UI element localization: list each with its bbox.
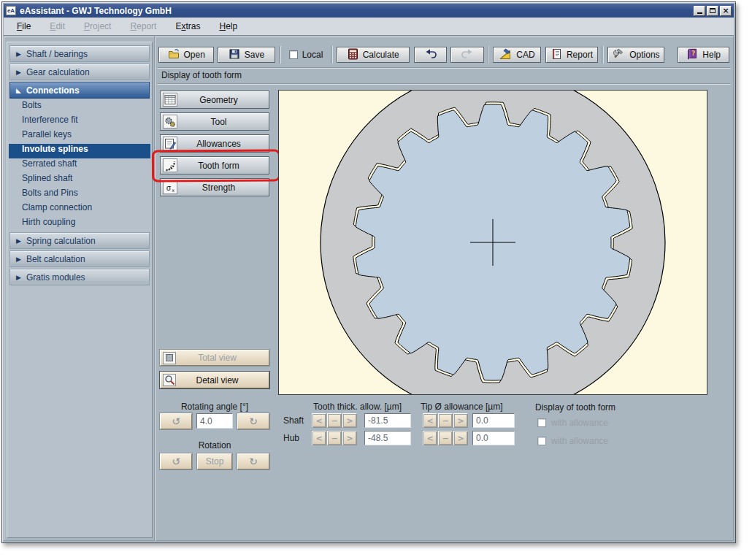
local-checkbox-group: Local <box>289 50 323 60</box>
calculator-icon <box>348 48 358 62</box>
rotate-ccw-icon: ↺ <box>172 456 180 467</box>
minimize-button[interactable] <box>694 6 705 16</box>
total-view-button: Total view <box>160 350 269 366</box>
triangle-collapsed-icon: ▶ <box>16 237 21 245</box>
view-button-geometry[interactable]: Geometry <box>160 91 269 109</box>
sidebar-section-shaft-bearings[interactable]: ▶Shaft / bearings <box>9 45 150 62</box>
sidebar-item-bolts-and-pins[interactable]: Bolts and Pins <box>9 188 150 202</box>
open-folder-icon <box>168 48 180 62</box>
triangle-collapsed-icon: ▶ <box>16 256 21 263</box>
sidebar-item-bolts[interactable]: Bolts <box>9 100 150 115</box>
menu-report: Report <box>130 21 156 31</box>
redo-button <box>450 47 483 63</box>
rotating-angle-controls: ↺ ↻ <box>160 413 269 429</box>
tooth-form-highlight-annotation <box>152 149 280 182</box>
rotation-cw-button[interactable]: ↻ <box>237 453 269 469</box>
rotation-ccw-button[interactable]: ↺ <box>160 453 192 469</box>
options-tools-icon <box>613 48 625 62</box>
navigation-sidebar: ▶Shaft / bearings▶Gear calculation◣Conne… <box>7 42 153 538</box>
save-button[interactable]: Save <box>218 47 275 63</box>
hub-tip-allowance-field[interactable] <box>472 431 515 445</box>
hub-tip-allowance-spinner: <−> <box>423 431 468 445</box>
detail-view-button[interactable]: Detail view <box>160 372 269 388</box>
help-button[interactable]: ? Help <box>678 47 729 63</box>
toolbar-separator <box>488 46 490 64</box>
svg-text:x: x <box>172 187 174 193</box>
header-separator-line <box>157 83 731 85</box>
help-book-icon: ? <box>686 48 698 62</box>
sidebar-item-splined-shaft[interactable]: Splined shaft <box>9 173 150 188</box>
cad-button[interactable]: CAD <box>493 47 541 63</box>
options-button[interactable]: Options <box>607 47 664 63</box>
svg-text:σ: σ <box>166 183 172 191</box>
sidebar-item-involute-splines[interactable]: Involute splines <box>9 144 150 158</box>
rotate-cw-icon: ↻ <box>249 415 258 427</box>
rotate-cw-step-button[interactable]: ↻ <box>237 413 269 429</box>
rotate-ccw-icon: ↺ <box>172 415 180 427</box>
shaft-tip-allowance-spinner: <−> <box>423 413 468 428</box>
app-icon: eA <box>6 6 16 15</box>
main-toolbar: Open Save Local Calculate <box>158 45 729 64</box>
rotation-controls: ↺ Stop ↻ <box>160 453 269 469</box>
save-floppy-icon <box>229 48 240 62</box>
with-allowance-row: with allowance <box>537 436 608 446</box>
menu-project: Project <box>84 21 111 31</box>
view-title: Display of tooth form <box>161 70 242 80</box>
increment-button: > <box>342 431 357 445</box>
with-allowance-row: with allowance <box>537 418 608 428</box>
main-panel: Open Save Local Calculate <box>156 37 734 541</box>
sidebar-item-parallel-keys[interactable]: Parallel keys <box>9 129 150 144</box>
sidebar-section-belt-calculation[interactable]: ▶Belt calculation <box>9 250 150 267</box>
reset-button: − <box>327 413 342 428</box>
decrement-button: < <box>423 431 437 445</box>
shaft-tooth-thickness-spinner: <−> <box>312 413 357 428</box>
triangle-collapsed-icon: ▶ <box>16 274 21 281</box>
sidebar-item-serrated-shaft[interactable]: Serrated shaft <box>9 158 150 173</box>
toolbar-separator <box>602 46 604 64</box>
rotate-ccw-step-button[interactable]: ↺ <box>160 413 192 429</box>
grid-icon <box>163 93 177 107</box>
display-options-header: Display of tooth form <box>535 402 615 413</box>
menu-bar: FileEditProjectReportExtrasHelp <box>4 18 734 36</box>
open-button[interactable]: Open <box>158 47 214 63</box>
sidebar-section-gear-calculation[interactable]: ▶Gear calculation <box>9 64 150 80</box>
local-checkbox[interactable] <box>289 50 298 59</box>
increment-button: > <box>453 413 468 428</box>
redo-icon <box>461 49 474 61</box>
rotating-angle-input[interactable] <box>196 413 233 429</box>
hub-tooth-thickness-field[interactable] <box>364 431 411 445</box>
close-button[interactable]: × <box>720 6 732 16</box>
undo-icon <box>424 49 437 61</box>
maximize-icon <box>710 8 715 13</box>
report-button[interactable]: Report <box>545 47 598 63</box>
menu-help[interactable]: Help <box>219 21 237 31</box>
view-button-tool[interactable]: Tool <box>160 112 269 131</box>
stop-button: Stop <box>197 453 232 469</box>
sidebar-section-connections[interactable]: ◣Connections <box>9 82 150 99</box>
sidebar-section-gratis-modules[interactable]: ▶Gratis modules <box>9 269 150 285</box>
menu-extras[interactable]: Extras <box>175 21 200 31</box>
decrement-button: < <box>312 431 326 445</box>
content-area: ▶Shaft / bearings▶Gear calculation◣Conne… <box>4 37 734 541</box>
toolbar-separator <box>331 46 333 64</box>
triangle-expanded-icon: ◣ <box>16 87 21 94</box>
sidebar-item-interference-fit[interactable]: Interference fit <box>9 115 150 129</box>
tooth-form-drawing <box>278 90 707 395</box>
cad-ruler-icon <box>499 48 512 62</box>
undo-button[interactable] <box>414 47 447 63</box>
toolbar-separator <box>279 46 281 64</box>
maximize-button[interactable] <box>707 6 718 16</box>
calculate-button[interactable]: Calculate <box>337 47 410 63</box>
reset-button: − <box>438 413 453 428</box>
close-icon: × <box>722 7 729 15</box>
tooth-thickness-header: Tooth thick. allow. [µm] <box>313 402 402 412</box>
hub-row-label: Hub <box>283 433 299 443</box>
menu-edit: Edit <box>50 21 65 31</box>
shaft-tooth-thickness-field[interactable] <box>364 413 411 428</box>
sidebar-item-clamp-connection[interactable]: Clamp connection <box>9 202 150 217</box>
menu-file[interactable]: File <box>17 21 31 31</box>
shaft-tip-allowance-field[interactable] <box>472 413 515 428</box>
sidebar-item-hirth-coupling[interactable]: Hirth coupling <box>9 217 150 231</box>
hub-tooth-thickness-spinner: <−> <box>312 431 357 445</box>
sidebar-section-spring-calculation[interactable]: ▶Spring calculation <box>9 232 150 249</box>
